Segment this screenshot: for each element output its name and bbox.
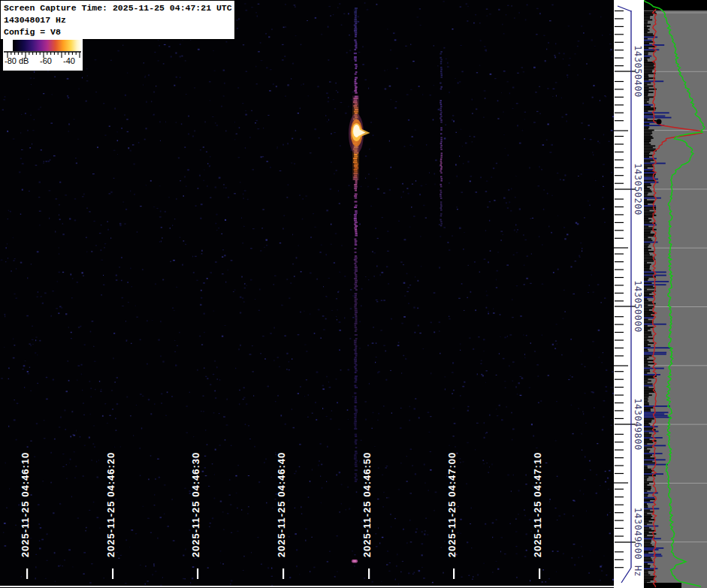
colorbar-label-mid: -60 bbox=[40, 56, 52, 65]
freq-label: 143050000 bbox=[633, 280, 643, 333]
config-text: Config = V8 bbox=[4, 26, 234, 38]
time-label: 2025-11-25 04:46:40 bbox=[276, 452, 287, 557]
colorbar-gradient bbox=[13, 40, 82, 51]
freq-label: 143049600 Hz bbox=[633, 508, 643, 577]
freq-label: 143050200 bbox=[633, 163, 643, 216]
time-label: 2025-11-25 04:46:50 bbox=[361, 452, 373, 557]
time-label: 2025-11-25 04:46:20 bbox=[105, 452, 116, 557]
colorbar-label-max: -40 bbox=[63, 56, 75, 65]
info-box: Screen Capture Time: 2025-11-25 04:47:21… bbox=[0, 0, 235, 40]
frequency-text: 143048017 Hz bbox=[4, 14, 234, 26]
colorbar-label-min: -80 dB bbox=[5, 56, 29, 65]
time-label: 2025-11-25 04:47:00 bbox=[446, 452, 458, 557]
freq-label: 143049800 bbox=[633, 398, 643, 451]
time-label: 2025-11-25 04:46:10 bbox=[20, 452, 31, 557]
freq-label: 143050400 bbox=[633, 45, 643, 98]
time-label: 2025-11-25 04:46:30 bbox=[190, 452, 201, 557]
waterfall-spectrogram bbox=[0, 0, 614, 588]
spectrum-side-panel bbox=[644, 0, 707, 588]
capture-time-text: Screen Capture Time: 2025-11-25 04:47:21… bbox=[4, 2, 234, 14]
meteor-spectrogram-screen: Screen Capture Time: 2025-11-25 04:47:21… bbox=[0, 0, 707, 588]
time-label: 2025-11-25 04:47:10 bbox=[532, 452, 543, 557]
db-colorbar: -80 dB -60 -40 bbox=[3, 39, 83, 71]
